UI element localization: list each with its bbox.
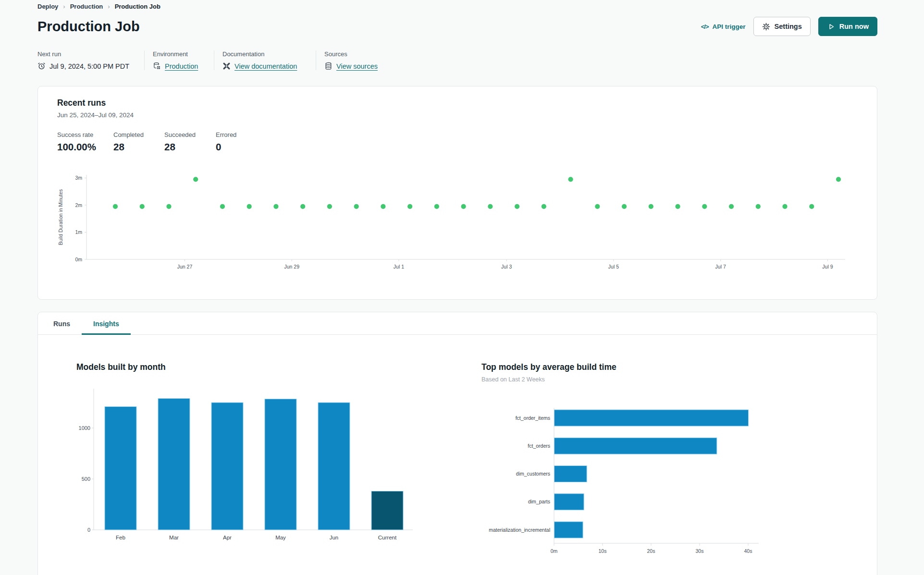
bar-x-tick-label: Mar bbox=[169, 535, 179, 540]
run-dot[interactable] bbox=[166, 204, 171, 209]
month-bar[interactable] bbox=[105, 406, 136, 530]
view-documentation-link[interactable]: View documentation bbox=[234, 62, 297, 70]
run-dot[interactable] bbox=[327, 204, 332, 209]
model-build-time-bar[interactable] bbox=[554, 438, 717, 454]
api-trigger-label: API trigger bbox=[713, 23, 746, 30]
gear-icon bbox=[762, 23, 770, 31]
bar-x-tick-label: May bbox=[275, 535, 286, 540]
scatter-x-tick-label: Jul 7 bbox=[715, 264, 726, 269]
hbar-category-label: fct_orders bbox=[528, 443, 550, 449]
run-dot[interactable] bbox=[354, 204, 359, 209]
stat-success-rate: Success rate 100.00% bbox=[57, 131, 113, 153]
run-dot[interactable] bbox=[568, 177, 573, 182]
run-dot[interactable] bbox=[113, 204, 118, 209]
scatter-x-tick-label: Jun 27 bbox=[177, 264, 193, 269]
breadcrumb-production[interactable]: Production bbox=[70, 3, 103, 10]
month-bar[interactable] bbox=[371, 491, 403, 530]
bar-x-tick-label: Apr bbox=[223, 535, 232, 540]
run-dot[interactable] bbox=[461, 204, 466, 209]
run-dot[interactable] bbox=[273, 204, 278, 209]
hbar-category-label: materialization_incremental bbox=[489, 527, 550, 533]
recent-runs-title: Recent runs bbox=[57, 98, 858, 108]
job-detail-card: Runs Insights Models built by month 0500… bbox=[37, 312, 877, 575]
run-dot[interactable] bbox=[595, 204, 600, 209]
scatter-y-tick-label: 3m bbox=[75, 175, 82, 181]
models-built-chart: 05001000FebMarAprMayJunCurrent bbox=[76, 389, 443, 547]
play-icon bbox=[827, 23, 835, 31]
breadcrumb-deploy[interactable]: Deploy bbox=[37, 3, 58, 10]
stat-succeeded: Succeeded 28 bbox=[164, 131, 216, 153]
recent-runs-date-range: Jun 25, 2024–Jul 09, 2024 bbox=[57, 111, 858, 119]
run-dot[interactable] bbox=[729, 204, 734, 209]
page-title: Production Job bbox=[37, 19, 140, 35]
api-trigger-link[interactable]: </> API trigger bbox=[701, 23, 746, 30]
build-time-section: Top models by average build time Based o… bbox=[481, 362, 877, 559]
model-build-time-bar[interactable] bbox=[554, 466, 587, 482]
meta-next-run: Next run Jul 9, 2024, 5:00 PM PDT bbox=[37, 50, 144, 70]
run-now-button[interactable]: Run now bbox=[818, 17, 877, 36]
run-dot[interactable] bbox=[300, 204, 305, 209]
tab-runs[interactable]: Runs bbox=[42, 312, 82, 335]
production-job-page: Deploy › Production › Production Job Pro… bbox=[0, 0, 924, 575]
hbar-x-tick-label: 40s bbox=[744, 548, 752, 554]
run-dot[interactable] bbox=[407, 204, 412, 209]
bar-y-tick-label: 500 bbox=[82, 476, 90, 482]
run-dot[interactable] bbox=[434, 204, 439, 209]
model-build-time-bar[interactable] bbox=[554, 410, 749, 426]
run-dot[interactable] bbox=[836, 177, 841, 182]
run-dot[interactable] bbox=[381, 204, 385, 209]
sources-label: Sources bbox=[324, 50, 378, 58]
recent-runs-card: Recent runs Jun 25, 2024–Jul 09, 2024 Su… bbox=[37, 86, 877, 300]
build-time-subtitle: Based on Last 2 Weeks bbox=[481, 376, 877, 383]
tab-bar: Runs Insights bbox=[38, 312, 877, 335]
bar-y-tick-label: 1000 bbox=[79, 425, 90, 431]
run-dot[interactable] bbox=[782, 204, 787, 209]
header-actions: </> API trigger bbox=[701, 17, 877, 36]
settings-button[interactable]: Settings bbox=[753, 17, 811, 36]
build-time-title: Top models by average build time bbox=[481, 362, 877, 372]
run-dot[interactable] bbox=[649, 204, 653, 209]
month-bar[interactable] bbox=[158, 399, 190, 530]
scatter-y-axis-label: Build Duration in Minutes bbox=[58, 189, 63, 245]
model-build-time-bar[interactable] bbox=[554, 494, 584, 510]
run-dot[interactable] bbox=[515, 204, 519, 209]
environment-link[interactable]: Production bbox=[165, 62, 198, 70]
scatter-y-tick-label: 1m bbox=[75, 229, 82, 235]
month-bar[interactable] bbox=[265, 399, 296, 530]
run-dot[interactable] bbox=[756, 204, 761, 209]
environment-label: Environment bbox=[153, 50, 201, 58]
hbar-category-label: dim_parts bbox=[528, 499, 550, 504]
run-dot[interactable] bbox=[220, 204, 225, 209]
documentation-label: Documentation bbox=[222, 50, 303, 58]
run-dot[interactable] bbox=[140, 204, 145, 209]
next-run-value: Jul 9, 2024, 5:00 PM PDT bbox=[49, 62, 129, 70]
hbar-x-tick-label: 20s bbox=[647, 548, 655, 554]
run-dot[interactable] bbox=[675, 204, 680, 209]
scatter-x-tick-label: Jul 9 bbox=[822, 264, 833, 269]
run-dot[interactable] bbox=[809, 204, 814, 209]
run-dot[interactable] bbox=[622, 204, 627, 209]
hbar-category-label: dim_customers bbox=[516, 471, 550, 477]
breadcrumb-separator-icon: › bbox=[108, 3, 110, 10]
page-header: Production Job </> API trigger bbox=[37, 17, 877, 36]
build-time-chart: 0m10s20s30s40sfct_order_itemsfct_ordersd… bbox=[481, 404, 877, 559]
month-bar[interactable] bbox=[211, 403, 243, 530]
models-built-section: Models built by month 05001000FebMarAprM… bbox=[76, 362, 443, 559]
build-time-chart-svg: 0m10s20s30s40sfct_order_itemsfct_ordersd… bbox=[481, 404, 808, 559]
run-dot[interactable] bbox=[702, 204, 707, 209]
hbar-x-tick-label: 0m bbox=[551, 548, 558, 554]
job-meta-row: Next run Jul 9, 2024, 5:00 PM PDT Enviro… bbox=[37, 50, 877, 70]
month-bar[interactable] bbox=[318, 403, 350, 530]
bar-x-tick-label: Jun bbox=[330, 535, 339, 540]
scatter-x-tick-label: Jul 5 bbox=[608, 264, 619, 269]
tab-insights[interactable]: Insights bbox=[82, 312, 131, 335]
model-build-time-bar[interactable] bbox=[554, 522, 583, 538]
database-icon bbox=[324, 62, 333, 70]
next-run-label: Next run bbox=[37, 50, 132, 58]
run-dot[interactable] bbox=[193, 177, 198, 182]
build-duration-chart-svg: Build Duration in Minutes0m1m2m3mJun 27J… bbox=[57, 166, 859, 276]
run-dot[interactable] bbox=[542, 204, 546, 209]
run-dot[interactable] bbox=[488, 204, 493, 209]
view-sources-link[interactable]: View sources bbox=[336, 62, 378, 70]
run-dot[interactable] bbox=[247, 204, 252, 209]
